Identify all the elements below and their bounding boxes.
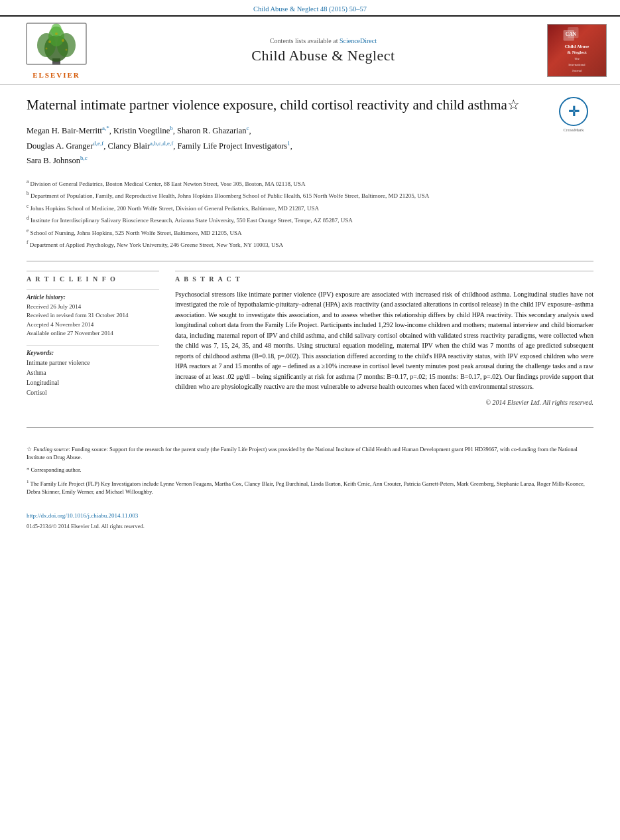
journal-logo-right: CAN Child Abuse& NeglectTheInternational… [547,24,607,77]
two-column-section: A R T I C L E I N F O Article history: R… [27,271,593,406]
article-title-section: Maternal intimate partner violence expos… [27,96,593,114]
revised-date: Received in revised form 31 October 2014 [27,311,159,320]
keywords-group: Keywords: Intimate partner violence Asth… [27,345,159,399]
footnote-flp: 1 The Family Life Project (FLP) Key Inve… [27,478,593,496]
affiliation-f: f Department of Applied Psychology, New … [27,239,593,250]
journal-citation: Child Abuse & Neglect 48 (2015) 50–57 [253,5,367,13]
affiliation-c: c Johns Hopkins School of Medicine, 200 … [27,202,593,214]
keyword-1: Intimate partner violence [27,358,159,368]
crossmark-icon: ✛ [568,103,580,121]
authors-block: Megan H. Bair-Merritta,*, Kristin Voegtl… [27,123,593,168]
page-wrapper: Child Abuse & Neglect 48 (2015) 50–57 [0,0,620,840]
author5-sup: a,b,c,d,e,f [150,140,173,147]
author6-sup: 1 [287,140,290,147]
author6-name: Family Life Project Investigators [178,141,288,151]
abstract-col: A B S T R A C T Psychosocial stressors l… [175,271,593,406]
author5-name: Clancy Blair [108,141,151,151]
author7-name: Sara B. Johnson [27,156,80,165]
crossmark-circle: ✛ [559,97,588,126]
keywords-title: Keywords: [27,350,159,356]
footnote-corresponding: * Corresponding author. [27,466,593,474]
svg-point-7 [62,39,64,42]
author4-name: Douglas A. Granger [27,141,93,151]
abstract-heading: A B S T R A C T [175,271,593,283]
bottom-separator [27,427,593,428]
article-history-title: Article history: [27,294,159,301]
available-date: Available online 27 November 2014 [27,329,159,338]
keyword-2: Asthma [27,368,159,378]
article-info-col: A R T I C L E I N F O Article history: R… [27,271,159,406]
abstract-text: Psychosocial stressors like intimate par… [175,289,593,392]
author2-sup: b [170,125,173,131]
received-date: Received 26 July 2014 [27,303,159,312]
corresponding-text: Corresponding author. [31,466,81,473]
header-section: ELSEVIER Contents lists available at Sci… [0,15,620,85]
article-star: ☆ [507,97,520,113]
footnote1-num: 1 [27,479,29,484]
crossmark-label: CrossMark [563,127,584,133]
affiliation-b: b Department of Population, Family, and … [27,190,593,201]
abstract-body: Psychosocial stressors like intimate par… [175,291,593,391]
logo-graphic-icon: CAN [560,27,593,44]
author7-sup: b,c [80,155,88,161]
copyright-line: © 2014 Elsevier Ltd. All rights reserved… [175,399,593,406]
doi-section: http://dx.doi.org/10.1016/j.chiabu.2014.… [0,507,620,523]
corresponding-asterisk: * [27,466,29,473]
accepted-date: Accepted 4 November 2014 [27,320,159,330]
keyword-4: Cortisol [27,388,159,398]
issn-line: 0145-2134/© 2014 Elsevier Ltd. All right… [0,523,620,529]
affiliations-block: a Division of General Pediatrics, Boston… [27,178,593,261]
journal-top-bar: Child Abuse & Neglect 48 (2015) 50–57 [0,0,620,15]
crossmark-badge[interactable]: ✛ CrossMark [554,96,593,135]
funding-text: Funding source: Support for the research… [27,446,578,461]
journal-title-center: Contents lists available at ScienceDirec… [99,37,547,64]
affiliation-e: e School of Nursing, Johns Hopkins, 525 … [27,227,593,238]
author3-sup: c [247,125,249,131]
funding-source-label: Funding source: [33,446,72,453]
affiliation-a: a Division of General Pediatrics, Boston… [27,178,593,189]
footnote1-text: The Family Life Project (FLP) Key Invest… [27,480,585,496]
svg-point-10 [66,49,68,51]
elsevier-label: ELSEVIER [32,71,80,79]
footnote-star-icon: ☆ [27,446,32,453]
author4-sup: d,e,f [93,140,103,147]
footnotes-section: ☆ Funding source: Funding source: Suppor… [0,439,620,508]
author1-name: Megan H. Bair-Merritt [27,127,102,136]
svg-point-6 [48,40,51,43]
article-info-heading: A R T I C L E I N F O [27,271,159,283]
article-title-text: Maternal intimate partner violence expos… [27,97,507,113]
author2-name: Kristin Voegtline [113,127,170,136]
author3-name: Sharon R. Ghazarian [177,127,246,136]
svg-point-8 [55,33,58,35]
sciencedirect-link[interactable]: ScienceDirect [340,37,377,44]
keyword-3: Longitudinal [27,378,159,388]
logo-title: Child Abuse& NeglectTheInternationalJour… [565,44,589,74]
doi-link[interactable]: http://dx.doi.org/10.1016/j.chiabu.2014.… [27,512,138,519]
affiliation-d: d Institute for Interdisciplinary Saliva… [27,214,593,226]
contents-available-line: Contents lists available at ScienceDirec… [99,37,547,44]
author1-sup: a,* [102,125,109,131]
main-content: Maternal intimate partner violence expos… [0,85,620,417]
footnote-funding: ☆ Funding source: Funding source: Suppor… [27,445,593,462]
elsevier-logo: ELSEVIER [13,22,99,79]
svg-text:CAN: CAN [566,31,577,37]
svg-point-9 [46,48,48,50]
journal-name: Child Abuse & Neglect [99,47,547,64]
article-history-group: Article history: Received 26 July 2014 R… [27,289,159,338]
elsevier-tree-icon [23,22,90,68]
